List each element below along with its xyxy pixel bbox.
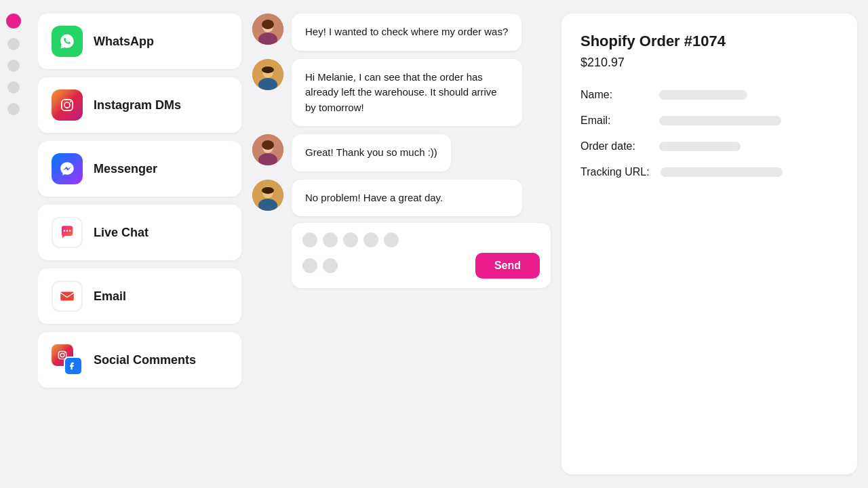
email-icon [52, 281, 83, 312]
messenger-icon [52, 153, 83, 184]
field-value-date [659, 142, 741, 151]
toolbar-dot-1[interactable] [302, 232, 317, 247]
channel-card-whatsapp[interactable]: WhatsApp [38, 14, 241, 69]
field-label-name: Name: [580, 89, 648, 101]
order-field-date: Order date: [580, 140, 838, 152]
svg-point-13 [262, 20, 274, 29]
email-label: Email [94, 289, 126, 304]
channel-card-instagram[interactable]: Instagram DMs [38, 77, 241, 133]
toolbar-row2: Send [302, 253, 540, 279]
instagram-label: Instagram DMs [94, 98, 181, 113]
svg-point-21 [262, 140, 274, 150]
last-message-and-input: No problem! Have a great day. [292, 180, 551, 289]
avatar-customer-1 [252, 14, 283, 45]
field-value-url [660, 167, 783, 177]
order-field-email: Email: [580, 115, 838, 127]
nav-dot-3[interactable] [7, 81, 20, 94]
message-bubble-4: No problem! Have a great day. [292, 180, 522, 217]
field-value-name [659, 90, 747, 100]
message-row-1: Hey! I wanted to check where my order wa… [252, 14, 551, 51]
toolbar-dot-2[interactable] [323, 232, 338, 247]
message-row-4: No problem! Have a great day. [252, 180, 551, 289]
avatar-agent-1 [252, 59, 283, 90]
toolbar-row1 [302, 232, 540, 247]
avatar-agent-2 [252, 180, 283, 211]
main-content: WhatsApp Instagram DMs Messenger [27, 0, 868, 488]
svg-point-3 [64, 230, 65, 231]
toolbar-dot-7[interactable] [323, 258, 338, 273]
message-bubble-1: Hey! I wanted to check where my order wa… [292, 14, 521, 51]
svg-point-25 [262, 187, 274, 194]
field-label-date: Order date: [580, 140, 648, 152]
social-icon [52, 344, 83, 375]
order-amount: $210.97 [580, 56, 838, 70]
svg-rect-6 [60, 292, 74, 301]
nav-dot-1[interactable] [7, 38, 20, 50]
nav-strip [0, 0, 27, 488]
message-row-3: Great! Thank you so much :)) [252, 134, 551, 171]
svg-point-17 [262, 66, 274, 73]
field-label-url: Tracking URL: [580, 166, 650, 178]
livechat-icon [52, 217, 83, 248]
toolbar-dot-4[interactable] [363, 232, 378, 247]
channel-list: WhatsApp Instagram DMs Messenger [38, 14, 241, 474]
svg-point-1 [64, 102, 70, 108]
avatar-customer-2 [252, 134, 283, 165]
send-button[interactable]: Send [475, 253, 540, 279]
chat-input-area: Send [292, 223, 551, 288]
toolbar-dot-3[interactable] [343, 232, 358, 247]
whatsapp-icon [52, 26, 83, 57]
message-bubble-3: Great! Thank you so much :)) [292, 134, 451, 171]
channel-card-email[interactable]: Email [38, 268, 241, 324]
toolbar-dot-5[interactable] [384, 232, 399, 247]
order-field-url: Tracking URL: [580, 166, 838, 178]
order-panel: Shopify Order #1074 $210.97 Name: Email:… [561, 14, 857, 474]
whatsapp-label: WhatsApp [94, 35, 154, 49]
nav-dot-2[interactable] [7, 60, 20, 72]
social-label: Social Comments [94, 353, 196, 367]
field-value-email [659, 116, 781, 125]
nav-dot-active[interactable] [6, 14, 21, 28]
instagram-icon [52, 89, 83, 121]
channel-card-messenger[interactable]: Messenger [38, 141, 241, 197]
svg-point-4 [66, 230, 68, 231]
svg-point-8 [60, 353, 64, 357]
field-label-email: Email: [580, 115, 648, 127]
message-row-2: Hi Melanie, I can see that the order has… [252, 59, 551, 127]
nav-dot-4[interactable] [7, 103, 20, 115]
messenger-label: Messenger [94, 162, 157, 176]
order-field-name: Name: [580, 89, 838, 101]
svg-point-9 [64, 352, 66, 354]
svg-point-2 [70, 101, 71, 102]
toolbar-row2-left [302, 258, 338, 273]
svg-point-5 [69, 230, 71, 231]
order-title: Shopify Order #1074 [580, 33, 838, 50]
toolbar-dot-6[interactable] [302, 258, 317, 273]
channel-card-livechat[interactable]: Live Chat [38, 205, 241, 260]
chat-area: Hey! I wanted to check where my order wa… [252, 14, 551, 474]
channel-card-social[interactable]: Social Comments [38, 332, 241, 388]
livechat-label: Live Chat [94, 226, 149, 240]
message-bubble-2: Hi Melanie, I can see that the order has… [292, 59, 522, 127]
